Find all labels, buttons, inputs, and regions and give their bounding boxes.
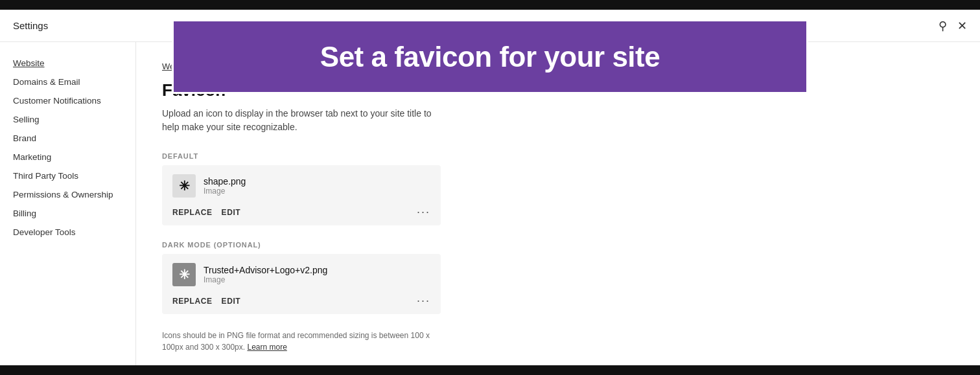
dark-mode-file-icon: ✳ xyxy=(172,263,196,286)
default-section-label: DEFAULT xyxy=(162,152,954,160)
sidebar-item-brand[interactable]: Brand xyxy=(13,130,122,146)
sidebar-item-permissions[interactable]: Permissions & Ownership xyxy=(13,187,122,203)
default-file-info: shape.png Image xyxy=(204,176,246,196)
sidebar-nav: Website Domains & Email Customer Notific… xyxy=(0,55,135,240)
sidebar-item-marketing[interactable]: Marketing xyxy=(13,149,122,165)
default-file-name: shape.png xyxy=(204,176,246,187)
sidebar-item-website[interactable]: Website xyxy=(13,55,122,71)
sidebar-item-customer-notifications[interactable]: Customer Notifications xyxy=(13,93,122,109)
default-file-actions: REPLACE EDIT ··· xyxy=(172,205,430,219)
sidebar-link-website[interactable]: Website xyxy=(13,55,122,71)
sidebar-link-customer-notifications[interactable]: Customer Notifications xyxy=(13,93,122,109)
sidebar-item-selling[interactable]: Selling xyxy=(13,111,122,128)
dark-mode-file-name: Trusted+Advisor+Logo+v2.png xyxy=(204,265,327,275)
dark-mode-section-label: DARK MODE (OPTIONAL) xyxy=(162,241,954,249)
dark-mode-file-actions-left: REPLACE EDIT xyxy=(172,297,240,306)
header-icons: ⚲ ✕ xyxy=(939,20,967,32)
sidebar-item-billing[interactable]: Billing xyxy=(13,205,122,222)
dark-mode-file-actions: REPLACE EDIT ··· xyxy=(172,294,430,308)
sidebar-link-brand[interactable]: Brand xyxy=(13,130,122,146)
search-icon[interactable]: ⚲ xyxy=(939,20,947,32)
header-title: Settings xyxy=(13,20,48,31)
dark-mode-file-card-top: ✳ Trusted+Advisor+Logo+v2.png Image xyxy=(172,263,430,286)
sidebar-link-permissions[interactable]: Permissions & Ownership xyxy=(13,187,122,203)
footer-note: Icons should be in PNG file format and r… xyxy=(162,330,441,353)
sidebar-item-third-party[interactable]: Third Party Tools xyxy=(13,168,122,184)
hero-banner: Set a favicon for your site xyxy=(172,19,808,94)
sidebar-link-selling[interactable]: Selling xyxy=(13,111,122,128)
default-edit-button[interactable]: EDIT xyxy=(222,208,241,217)
hero-banner-text: Set a favicon for your site xyxy=(320,41,660,73)
dark-mode-edit-button[interactable]: EDIT xyxy=(222,297,241,306)
default-file-icon: ✳ xyxy=(172,174,196,198)
default-file-card: ✳ shape.png Image REPLACE EDIT ··· xyxy=(162,165,441,225)
top-bar xyxy=(0,0,980,10)
close-icon[interactable]: ✕ xyxy=(957,20,967,32)
dark-mode-replace-button[interactable]: REPLACE xyxy=(172,297,213,306)
default-file-actions-left: REPLACE EDIT xyxy=(172,208,240,217)
dark-mode-file-card: ✳ Trusted+Advisor+Logo+v2.png Image REPL… xyxy=(162,254,441,314)
dark-mode-more-button[interactable]: ··· xyxy=(417,294,430,308)
dark-mode-file-type: Image xyxy=(204,275,327,284)
sidebar: Website Domains & Email Customer Notific… xyxy=(0,42,136,365)
sidebar-link-third-party[interactable]: Third Party Tools xyxy=(13,168,122,184)
window: Settings ⚲ ✕ Set a favicon for your site… xyxy=(0,10,980,365)
default-more-button[interactable]: ··· xyxy=(417,205,430,219)
footer-learn-more-link[interactable]: Learn more xyxy=(247,343,286,352)
sidebar-item-domains[interactable]: Domains & Email xyxy=(13,74,122,90)
sidebar-item-developer[interactable]: Developer Tools xyxy=(13,224,122,240)
sidebar-link-marketing[interactable]: Marketing xyxy=(13,149,122,165)
default-file-card-top: ✳ shape.png Image xyxy=(172,174,430,198)
default-file-type: Image xyxy=(204,187,246,196)
sidebar-link-billing[interactable]: Billing xyxy=(13,205,122,222)
default-replace-button[interactable]: REPLACE xyxy=(172,208,213,217)
bottom-bar xyxy=(0,365,980,375)
dark-mode-file-info: Trusted+Advisor+Logo+v2.png Image xyxy=(204,265,327,284)
page-description: Upload an icon to display in the browser… xyxy=(162,107,441,134)
sidebar-link-domains[interactable]: Domains & Email xyxy=(13,74,122,90)
footer-note-text: Icons should be in PNG file format and r… xyxy=(162,331,430,352)
sidebar-link-developer[interactable]: Developer Tools xyxy=(13,224,122,240)
